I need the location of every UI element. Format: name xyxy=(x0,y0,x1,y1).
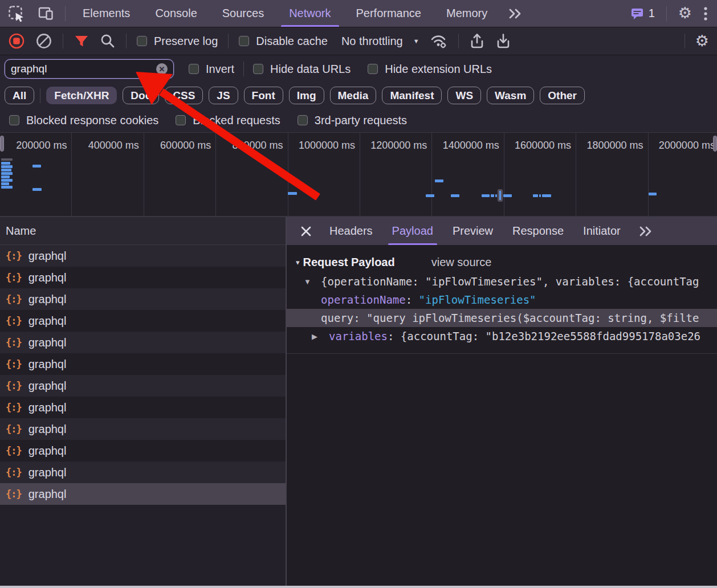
preserve-log-checkbox[interactable]: Preserve log xyxy=(137,35,218,48)
payload-tree-line[interactable]: ▶variables: {accountTag: "b12e3b2192ee55… xyxy=(287,327,717,345)
overview-request-bar xyxy=(435,179,443,182)
network-conditions-icon[interactable] xyxy=(430,32,448,50)
chip-fetch-xhr[interactable]: Fetch/XHR xyxy=(46,87,117,104)
table-row[interactable]: {:}graphql xyxy=(0,332,286,353)
throttling-value: No throttling xyxy=(341,35,403,48)
filter-input[interactable] xyxy=(11,63,156,75)
tab-network[interactable]: Network xyxy=(276,0,343,27)
view-source-link[interactable]: view source xyxy=(431,256,492,269)
table-row[interactable]: {:}graphql xyxy=(0,397,286,418)
detail-tab-label: Initiator xyxy=(583,224,621,238)
tree-open-icon[interactable]: ▼ xyxy=(304,277,321,286)
detail-tab-payload[interactable]: Payload xyxy=(382,217,443,245)
payload-divider xyxy=(287,353,717,354)
throttling-dropdown[interactable]: No throttling ▼ xyxy=(341,35,419,48)
chip-js[interactable]: JS xyxy=(209,87,238,104)
more-panels-icon[interactable] xyxy=(500,8,523,19)
tab-performance[interactable]: Performance xyxy=(344,0,434,27)
tab-elements[interactable]: Elements xyxy=(70,0,142,27)
issues-button[interactable]: 1 xyxy=(630,7,655,21)
overview-timeline[interactable]: 200000 ms400000 ms600000 ms800000 ms1000… xyxy=(0,133,717,217)
overview-request-bar xyxy=(426,194,434,197)
record-network-log-button[interactable] xyxy=(8,32,25,50)
payload-tree-line[interactable]: query: "query ipFlowTimeseries($accountT… xyxy=(287,309,717,327)
overview-grip-left[interactable] xyxy=(0,136,4,152)
chip-ws[interactable]: WS xyxy=(447,87,481,104)
blocked-requests-checkbox[interactable]: Blocked requests xyxy=(176,114,280,127)
overview-grip-right[interactable] xyxy=(713,136,717,152)
filter-funnel-icon[interactable] xyxy=(74,33,89,49)
payload-tree-line[interactable]: operationName: "ipFlowTimeseries" xyxy=(287,291,717,309)
detail-tab-label: Headers xyxy=(329,224,373,238)
tree-closed-icon[interactable]: ▶ xyxy=(312,332,329,341)
more-tabs-icon[interactable] xyxy=(638,226,653,237)
blocked-response-cookies-checkbox[interactable]: Blocked response cookies xyxy=(9,114,158,127)
table-row[interactable]: {:}graphql xyxy=(0,375,286,397)
clear-filter-icon[interactable]: ✕ xyxy=(156,63,168,75)
overview-request-bar xyxy=(649,193,657,195)
xhr-braces-icon: {:} xyxy=(6,250,22,262)
table-row[interactable]: {:}graphql xyxy=(0,267,286,288)
table-row[interactable]: {:}graphql xyxy=(0,440,286,462)
request-name: graphql xyxy=(28,250,67,263)
hide-extension-urls-checkbox[interactable]: Hide extension URLs xyxy=(368,63,492,76)
xhr-braces-icon: {:} xyxy=(6,445,22,456)
menu-dots-icon[interactable] xyxy=(703,6,708,22)
tab-sources[interactable]: Sources xyxy=(210,0,276,27)
overview-request-bar xyxy=(1,169,11,172)
xhr-braces-icon: {:} xyxy=(6,380,22,391)
settings-gear-icon[interactable]: ⚙︎ xyxy=(678,6,692,21)
request-payload-header[interactable]: ▾ Request Payload view source xyxy=(287,252,717,272)
xhr-braces-icon: {:} xyxy=(6,423,22,435)
table-row[interactable]: {:}graphql xyxy=(0,462,286,483)
overview-request-bar xyxy=(491,194,494,197)
close-icon[interactable] xyxy=(292,226,320,237)
checkbox-box xyxy=(189,64,199,74)
invert-checkbox[interactable]: Invert xyxy=(189,63,234,76)
tab-label: Elements xyxy=(83,7,130,20)
chip-manifest[interactable]: Manifest xyxy=(382,87,442,104)
chevron-down-icon: ▼ xyxy=(413,38,419,44)
disable-cache-checkbox[interactable]: Disable cache xyxy=(239,35,328,48)
network-toolbar: Preserve log Disable cache No throttling… xyxy=(0,27,717,55)
network-settings-gear-icon[interactable]: ⚙︎ xyxy=(695,34,709,49)
table-row[interactable]: {:}graphql xyxy=(0,418,286,440)
detail-tab-preview[interactable]: Preview xyxy=(443,217,503,245)
chip-other[interactable]: Other xyxy=(540,87,585,104)
tab-memory[interactable]: Memory xyxy=(434,0,500,27)
import-har-icon[interactable] xyxy=(469,32,485,50)
third-party-requests-checkbox[interactable]: 3rd-party requests xyxy=(298,114,407,127)
panel-tabs: ElementsConsoleSourcesNetworkPerformance… xyxy=(70,0,523,27)
table-row[interactable]: {:}graphql xyxy=(0,310,286,332)
detail-tab-response[interactable]: Response xyxy=(503,217,573,245)
tab-label: Console xyxy=(155,7,197,20)
chip-font[interactable]: Font xyxy=(244,87,283,104)
request-payload-title: Request Payload xyxy=(303,256,395,269)
chip-css[interactable]: CSS xyxy=(165,87,203,104)
device-toolbar-icon[interactable] xyxy=(38,6,55,22)
inspect-element-icon[interactable] xyxy=(8,5,25,22)
chip-doc[interactable]: Doc xyxy=(123,87,159,104)
tab-console[interactable]: Console xyxy=(142,0,209,27)
export-har-icon[interactable] xyxy=(495,32,511,50)
toolbar-divider xyxy=(685,34,685,48)
hide-data-urls-checkbox[interactable]: Hide data URLs xyxy=(253,63,351,76)
table-row[interactable]: {:}graphql xyxy=(0,245,286,267)
detail-tab-initiator[interactable]: Initiator xyxy=(573,217,630,245)
table-row[interactable]: {:}graphql xyxy=(0,288,286,310)
name-column-header[interactable]: Name xyxy=(0,217,286,245)
search-icon[interactable] xyxy=(100,33,116,49)
detail-tab-headers[interactable]: Headers xyxy=(320,217,382,245)
payload-tree-line[interactable]: ▼{operationName: "ipFlowTimeseries", var… xyxy=(287,272,717,291)
overview-tick-label: 400000 ms xyxy=(88,140,144,151)
chip-wasm[interactable]: Wasm xyxy=(487,87,534,104)
chip-all[interactable]: All xyxy=(5,87,34,104)
overview-request-bar xyxy=(1,165,13,168)
table-row[interactable]: {:}graphql xyxy=(0,483,286,505)
overview-tick-cell: 1400000 ms xyxy=(432,133,504,216)
table-row[interactable]: {:}graphql xyxy=(0,353,286,375)
clear-network-log-button[interactable] xyxy=(35,32,52,50)
chip-media[interactable]: Media xyxy=(330,87,377,104)
chip-img[interactable]: Img xyxy=(289,87,324,104)
detail-tab-label: Preview xyxy=(453,224,493,238)
